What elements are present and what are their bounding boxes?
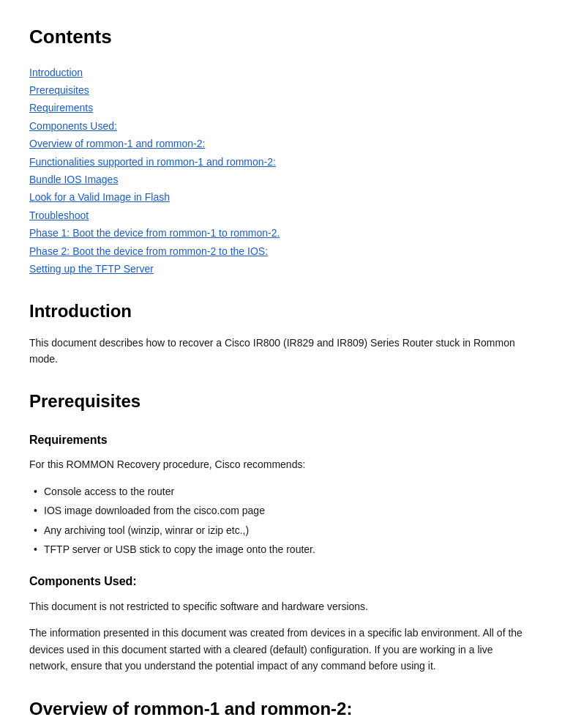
toc-item: Look for a Valid Image in Flash	[29, 189, 533, 205]
requirements-list: Console access to the routerIOS image do…	[29, 483, 533, 558]
prerequisites-section: Prerequisites Requirements For this ROMM…	[29, 387, 533, 674]
introduction-body: This document describes how to recover a…	[29, 335, 533, 368]
toc-link[interactable]: Components Used:	[29, 120, 117, 132]
toc-link[interactable]: Overview of rommon-1 and rommon-2:	[29, 138, 205, 149]
list-item: TFTP server or USB stick to copy the ima…	[44, 541, 533, 557]
contents-heading: Contents	[29, 22, 533, 53]
components-used-subsection: Components Used: This document is not re…	[29, 572, 533, 674]
introduction-heading: Introduction	[29, 297, 533, 325]
toc-item: Functionalities supported in rommon-1 an…	[29, 154, 533, 170]
toc-link[interactable]: Functionalities supported in rommon-1 an…	[29, 156, 276, 168]
toc-item: Prerequisites	[29, 82, 533, 98]
toc-link[interactable]: Troubleshoot	[29, 209, 89, 221]
prerequisites-heading: Prerequisites	[29, 387, 533, 415]
overview-heading: Overview of rommon-1 and rommon-2:	[29, 695, 533, 723]
table-of-contents: IntroductionPrerequisitesRequirementsCom…	[29, 64, 533, 278]
toc-item: Overview of rommon-1 and rommon-2:	[29, 135, 533, 152]
toc-item: Phase 2: Boot the device from rommon-2 t…	[29, 243, 533, 259]
components-paragraph1: This document is not restricted to speci…	[29, 598, 533, 614]
toc-link[interactable]: Setting up the TFTP Server	[29, 263, 154, 275]
requirements-intro: For this ROMMON Recovery procedure, Cisc…	[29, 456, 533, 472]
overview-section: Overview of rommon-1 and rommon-2: IR829…	[29, 695, 533, 728]
toc-link[interactable]: Phase 1: Boot the device from rommon-1 t…	[29, 227, 280, 239]
components-paragraph2: The information presented in this docume…	[29, 625, 533, 674]
introduction-section: Introduction This document describes how…	[29, 297, 533, 367]
list-item: Any archiving tool (winzip, winrar or iz…	[44, 522, 533, 538]
toc-link[interactable]: Look for a Valid Image in Flash	[29, 191, 170, 203]
toc-link[interactable]: Phase 2: Boot the device from rommon-2 t…	[29, 245, 268, 257]
toc-item: Components Used:	[29, 118, 533, 134]
toc-item: Troubleshoot	[29, 207, 533, 223]
list-item: IOS image downloaded from the cisco.com …	[44, 502, 533, 519]
requirements-subheading: Requirements	[29, 431, 533, 450]
toc-item: Introduction	[29, 64, 533, 81]
list-item: Console access to the router	[44, 483, 533, 499]
components-subheading: Components Used:	[29, 572, 533, 591]
toc-item: Setting up the TFTP Server	[29, 261, 533, 277]
contents-section: Contents IntroductionPrerequisitesRequir…	[29, 22, 533, 277]
toc-link[interactable]: Introduction	[29, 67, 83, 78]
toc-link[interactable]: Requirements	[29, 102, 93, 114]
toc-item: Requirements	[29, 100, 533, 116]
toc-link[interactable]: Prerequisites	[29, 84, 89, 96]
toc-link[interactable]: Bundle IOS Images	[29, 174, 118, 185]
requirements-subsection: Requirements For this ROMMON Recovery pr…	[29, 431, 533, 558]
toc-item: Bundle IOS Images	[29, 171, 533, 187]
toc-item: Phase 1: Boot the device from rommon-1 t…	[29, 225, 533, 241]
